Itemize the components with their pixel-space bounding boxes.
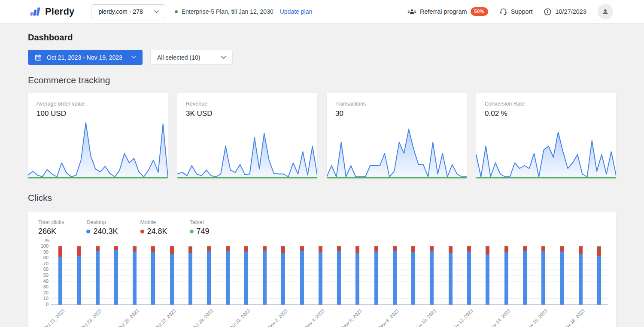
stat-tablet[interactable]: Tablet 749 (190, 219, 210, 236)
bar-segment-mobile (430, 246, 434, 251)
x-axis-label: Nov 16, 2023 (525, 308, 548, 327)
filter-bar: Oct 21, 2023 - Nov 19, 2023 All selected… (28, 50, 616, 65)
stat-desktop[interactable]: Desktop 240.3K (86, 219, 118, 236)
bar-segment-desktop (281, 253, 285, 305)
y-axis-label: 100 (35, 243, 49, 248)
domain-selector[interactable]: plerdy.com - 278 (91, 4, 165, 19)
clicks-bar[interactable] (449, 246, 453, 305)
clicks-bar[interactable] (226, 246, 230, 305)
avatar[interactable] (598, 4, 613, 19)
clicks-bar[interactable] (281, 246, 285, 305)
date-range-button[interactable]: Oct 21, 2023 - Nov 19, 2023 (28, 50, 143, 65)
bar-segment-mobile (449, 246, 453, 253)
sparkline (177, 118, 317, 179)
clicks-bar[interactable] (467, 246, 471, 305)
clicks-bar[interactable] (504, 246, 508, 305)
metric-value: 0.02 % (476, 107, 616, 118)
bar-segment-mobile (355, 246, 359, 253)
data-collection-date[interactable]: 10/27/2023 (544, 8, 586, 16)
clicks-bar[interactable] (77, 246, 81, 305)
clicks-bar[interactable] (597, 246, 601, 305)
stat-mobile[interactable]: Mobile 24.8K (140, 219, 167, 236)
person-icon (601, 7, 610, 16)
bar-segment-desktop (393, 251, 397, 305)
clicks-bar[interactable] (374, 246, 378, 305)
bar-segment-desktop (523, 251, 527, 305)
clicks-bar[interactable] (319, 246, 322, 305)
bar-segment-mobile (58, 246, 62, 257)
date-range-value: Oct 21, 2023 - Nov 19, 2023 (47, 54, 122, 61)
y-axis-label: 50 (35, 272, 49, 278)
clicks-bar[interactable] (560, 246, 564, 305)
bar-segment-mobile (467, 246, 471, 251)
clicks-bar[interactable] (263, 246, 267, 305)
clicks-bar[interactable] (337, 246, 341, 305)
bar-segment-mobile (133, 246, 137, 251)
clicks-bar[interactable] (170, 246, 174, 305)
bar-segment-desktop (411, 252, 415, 305)
domain-selector-value: plerdy.com - 278 (98, 8, 143, 15)
clicks-bar[interactable] (411, 246, 415, 305)
clicks-bar[interactable] (151, 246, 155, 305)
pages-filter-select[interactable]: All selected (10) (150, 50, 233, 65)
chevron-down-icon (154, 10, 159, 13)
sparkline-svg (28, 118, 168, 179)
plan-status-dot (175, 10, 178, 13)
topbar: Plerdy plerdy.com - 278 Enterprise-5 Pla… (0, 0, 644, 24)
clicks-bar[interactable] (579, 246, 583, 305)
clicks-bar[interactable] (114, 246, 118, 305)
clicks-bar[interactable] (58, 246, 62, 305)
sparkline-svg (177, 118, 317, 179)
clicks-bar[interactable] (188, 246, 192, 305)
clicks-bar[interactable] (486, 246, 489, 305)
chevron-down-icon (221, 56, 226, 59)
bar-segment-desktop (300, 251, 304, 305)
bar-segment-desktop (374, 251, 378, 305)
chevron-down-icon (131, 56, 136, 59)
x-axis-label: Nov 10, 2023 (413, 308, 437, 327)
clicks-bar[interactable] (133, 246, 137, 305)
headset-icon (499, 7, 507, 16)
support-label: Support (511, 8, 533, 15)
clicks-bar[interactable] (355, 246, 359, 305)
info-icon (544, 8, 552, 16)
clicks-plot-area: 0102030405060708090100 (51, 246, 608, 305)
stat-total-clicks[interactable]: Total clicks 266K (38, 219, 64, 236)
metric-cards-row: Average order value 100 USD Revenue 3K U… (28, 93, 616, 179)
bar-segment-mobile (523, 246, 527, 251)
x-axis-label: Oct 31, 2023 (228, 308, 251, 327)
metric-card-revenue[interactable]: Revenue 3K USD (177, 93, 317, 179)
clicks-bar[interactable] (207, 246, 211, 305)
sparkline (476, 118, 616, 179)
bar-segment-desktop (597, 256, 601, 305)
clicks-legend: Total clicks 266K Desktop 240.3K Mobile … (36, 219, 609, 236)
plerdy-logo[interactable]: Plerdy (28, 6, 74, 18)
clicks-bar[interactable] (430, 246, 434, 305)
bar-segment-mobile (597, 247, 601, 255)
metric-card-conversion-rate[interactable]: Conversion Rate 0.02 % (476, 93, 616, 179)
clicks-bar[interactable] (523, 246, 527, 305)
bar-segment-mobile (170, 246, 174, 254)
clicks-bar[interactable] (300, 246, 304, 305)
referral-program[interactable]: Referral program 50% (407, 7, 488, 16)
clicks-bar[interactable] (96, 246, 100, 305)
y-axis-label: 80 (35, 255, 49, 260)
y-axis-label: 70 (35, 261, 49, 266)
clicks-bar[interactable] (541, 246, 545, 305)
update-plan-link[interactable]: Update plan (280, 8, 313, 15)
support[interactable]: Support (499, 7, 533, 16)
bar-segment-mobile (486, 246, 489, 254)
referral-program-label: Referral program (420, 8, 467, 15)
bar-segment-mobile (226, 246, 230, 251)
metric-card-transactions[interactable]: Transactions 30 (327, 93, 467, 179)
legend-dot-desktop (86, 230, 90, 233)
bar-segment-desktop (207, 251, 211, 305)
clicks-bar[interactable] (244, 246, 248, 305)
sparkline-svg (327, 118, 467, 179)
x-axis-label: Oct 25, 2023 (117, 308, 140, 327)
x-axis-label: Nov 18, 2023 (562, 308, 586, 327)
clicks-bar[interactable] (393, 246, 397, 305)
clicks-card: Total clicks 266K Desktop 240.3K Mobile … (28, 212, 616, 327)
metric-card-average-order-value[interactable]: Average order value 100 USD (28, 93, 168, 179)
bar-segment-mobile (411, 246, 415, 252)
